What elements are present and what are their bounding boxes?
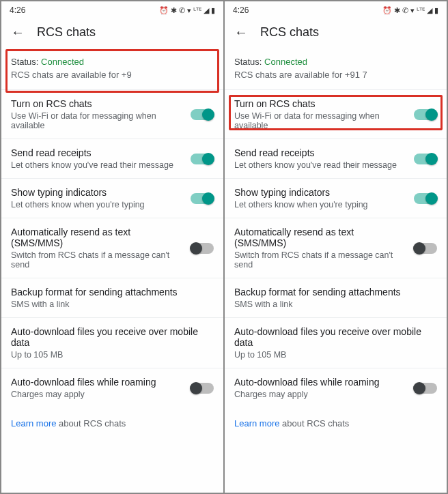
toggle-auto-resend[interactable] — [414, 243, 437, 254]
row-autodownload-roaming[interactable]: Auto-download files while roamingCharges… — [1, 368, 223, 407]
row-read-receipts[interactable]: Send read receiptsLet others know you've… — [225, 139, 447, 178]
phone-right: 4:26 ⏰ ✱ ✆ ▾ ᴸᵀᴱ ◢ ▮ ← RCS chats Status:… — [225, 1, 447, 493]
row-autodownload-mobile[interactable]: Auto-download files you receive over mob… — [1, 317, 223, 368]
status-subtext: RCS chats are available for +91 7 — [234, 70, 437, 80]
status-label: Status: — [234, 57, 264, 67]
toggle-autodl-roaming[interactable] — [414, 383, 437, 394]
row-title: Automatically resend as text (SMS/MMS) — [234, 227, 407, 248]
row-auto-resend[interactable]: Automatically resend as text (SMS/MMS)Sw… — [225, 218, 447, 278]
status-icons: ⏰ ✱ ✆ ▾ ᴸᵀᴱ ◢ ▮ — [159, 6, 215, 15]
learn-more-line: Learn more about RCS chats — [1, 407, 223, 439]
toggle-auto-resend[interactable] — [191, 243, 214, 254]
status-value: Connected — [264, 57, 307, 67]
row-typing-indicators[interactable]: Show typing indicatorsLet others know wh… — [1, 178, 223, 218]
learn-more-link[interactable]: Learn more — [234, 418, 279, 428]
toggle-autodl-roaming[interactable] — [191, 383, 214, 394]
status-icons: ⏰ ✱ ✆ ▾ ᴸᵀᴱ ◢ ▮ — [382, 6, 438, 15]
row-sub: Charges may apply — [11, 390, 184, 399]
status-line: Status: Connected — [234, 57, 437, 67]
learn-more-link[interactable]: Learn more — [11, 418, 56, 428]
row-title: Send read receipts — [234, 147, 407, 158]
row-backup-format[interactable]: Backup format for sending attachmentsSMS… — [225, 278, 447, 317]
row-title: Turn on RCS chats — [11, 98, 184, 109]
row-title: Send read receipts — [11, 147, 184, 158]
toggle-typing[interactable] — [191, 193, 214, 204]
row-sub: Use Wi-Fi or data for messaging when ava… — [11, 111, 184, 130]
toggle-turn-on-rcs[interactable] — [414, 109, 437, 120]
learn-more-rest: about RCS chats — [56, 418, 126, 428]
page-title: RCS chats — [260, 25, 319, 40]
row-read-receipts[interactable]: Send read receiptsLet others know you've… — [1, 139, 223, 178]
row-title: Backup format for sending attachments — [11, 287, 207, 297]
back-arrow-icon[interactable]: ← — [234, 25, 248, 40]
clock: 4:26 — [233, 5, 249, 15]
toggle-turn-on-rcs[interactable] — [191, 109, 214, 120]
toggle-read-receipts[interactable] — [414, 154, 437, 164]
row-sub: Let others know when you're typing — [11, 200, 184, 209]
header: ← RCS chats — [225, 18, 447, 48]
row-sub: Switch from RCS chats if a message can't… — [234, 250, 407, 270]
row-title: Auto-download files while roaming — [11, 377, 184, 388]
row-title: Automatically resend as text (SMS/MMS) — [11, 227, 184, 248]
row-sub: Let others know when you're typing — [234, 200, 407, 209]
row-title: Backup format for sending attachments — [234, 287, 430, 297]
row-sub: SMS with a link — [11, 300, 207, 309]
rcs-status-block: Status: Connected RCS chats are availabl… — [225, 48, 447, 89]
rcs-status-block: Status: Connected RCS chats are availabl… — [1, 48, 223, 89]
learn-more-rest: about RCS chats — [279, 418, 349, 428]
row-sub: Charges may apply — [234, 390, 407, 399]
status-subtext: RCS chats are available for +9 — [11, 70, 214, 80]
row-title: Auto-download files you receive over mob… — [234, 326, 430, 348]
back-arrow-icon[interactable]: ← — [11, 25, 25, 40]
learn-more-line: Learn more about RCS chats — [225, 407, 447, 439]
row-sub: Switch from RCS chats if a message can't… — [11, 250, 184, 270]
row-autodownload-mobile[interactable]: Auto-download files you receive over mob… — [225, 317, 447, 368]
status-label: Status: — [11, 57, 41, 67]
row-turn-on-rcs[interactable]: Turn on RCS chatsUse Wi-Fi or data for m… — [1, 89, 223, 139]
row-title: Show typing indicators — [11, 187, 184, 198]
page-title: RCS chats — [37, 25, 96, 40]
row-typing-indicators[interactable]: Show typing indicatorsLet others know wh… — [225, 178, 447, 218]
row-sub: Up to 105 MB — [11, 350, 207, 360]
header: ← RCS chats — [1, 18, 223, 48]
toggle-typing[interactable] — [414, 193, 437, 204]
row-sub: Let others know you've read their messag… — [11, 160, 184, 170]
status-line: Status: Connected — [11, 57, 214, 67]
row-auto-resend[interactable]: Automatically resend as text (SMS/MMS)Sw… — [1, 218, 223, 278]
row-sub: Let others know you've read their messag… — [234, 160, 407, 170]
row-sub: Use Wi-Fi or data for messaging when ava… — [234, 111, 407, 130]
row-sub: SMS with a link — [234, 300, 430, 309]
row-backup-format[interactable]: Backup format for sending attachmentsSMS… — [1, 278, 223, 317]
row-title: Turn on RCS chats — [234, 98, 407, 109]
row-autodownload-roaming[interactable]: Auto-download files while roamingCharges… — [225, 368, 447, 407]
phone-left: 4:26 ⏰ ✱ ✆ ▾ ᴸᵀᴱ ◢ ▮ ← RCS chats Status:… — [1, 1, 223, 493]
status-value: Connected — [41, 57, 84, 67]
row-title: Show typing indicators — [234, 187, 407, 198]
row-title: Auto-download files while roaming — [234, 377, 407, 388]
toggle-read-receipts[interactable] — [191, 154, 214, 164]
clock: 4:26 — [10, 5, 25, 15]
row-sub: Up to 105 MB — [234, 350, 430, 360]
status-bar: 4:26 ⏰ ✱ ✆ ▾ ᴸᵀᴱ ◢ ▮ — [1, 1, 223, 18]
status-bar: 4:26 ⏰ ✱ ✆ ▾ ᴸᵀᴱ ◢ ▮ — [225, 1, 447, 18]
row-title: Auto-download files you receive over mob… — [11, 326, 207, 348]
row-turn-on-rcs[interactable]: Turn on RCS chatsUse Wi-Fi or data for m… — [225, 89, 447, 139]
